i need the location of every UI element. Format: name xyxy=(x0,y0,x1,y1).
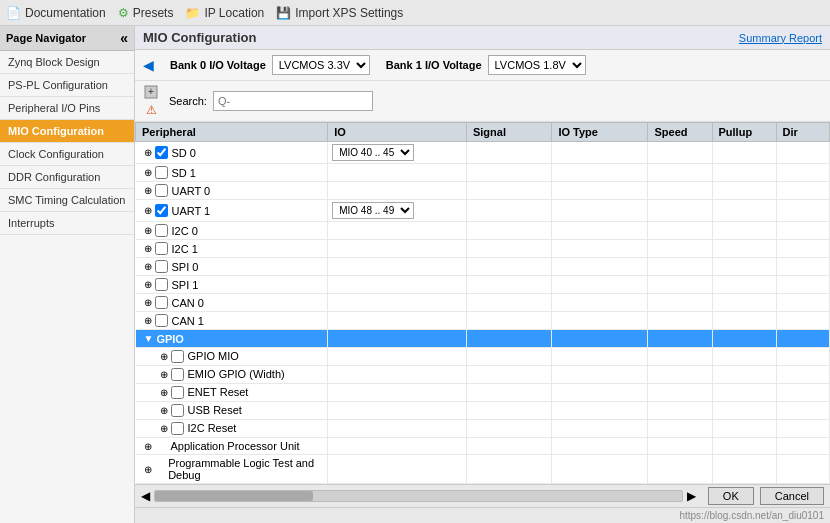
toolbar-ip-location[interactable]: 📁 IP Location xyxy=(185,6,264,20)
dir-cell xyxy=(776,365,829,383)
peripheral-checkbox[interactable] xyxy=(155,166,168,179)
table-row[interactable]: ⊕I2C 0 xyxy=(136,222,830,240)
table-row[interactable]: ⊕UART 0 xyxy=(136,182,830,200)
sidebar-item-ddr-config[interactable]: DDR Configuration xyxy=(0,166,134,189)
peripheral-checkbox[interactable] xyxy=(155,224,168,237)
speed-cell xyxy=(648,347,712,365)
pullup-cell xyxy=(712,455,776,484)
table-row[interactable]: ▼GPIO xyxy=(136,330,830,348)
table-row[interactable]: ⊕SD 1 xyxy=(136,164,830,182)
io-type-cell xyxy=(552,401,648,419)
table-row[interactable]: ⊕Programmable Logic Test and Debug xyxy=(136,455,830,484)
pullup-cell xyxy=(712,365,776,383)
left-icon-1[interactable]: + xyxy=(143,84,159,100)
sidebar-item-peripheral-io[interactable]: Peripheral I/O Pins xyxy=(0,97,134,120)
peripheral-checkbox[interactable] xyxy=(171,350,184,363)
expand-icon[interactable]: ⊕ xyxy=(160,351,168,362)
io-cell[interactable]: MIO 48 .. 49 xyxy=(328,200,467,222)
expand-icon[interactable]: ⊕ xyxy=(144,261,152,272)
peripheral-cell: ⊕UART 1 xyxy=(136,200,328,222)
sidebar-item-mio-config[interactable]: MIO Configuration xyxy=(0,120,134,143)
cancel-button[interactable]: Cancel xyxy=(760,487,824,505)
search-input[interactable] xyxy=(213,91,373,111)
bank1-voltage-select[interactable]: LVCMOS 1.8V LVCMOS 3.3V LVCMOS 2.5V xyxy=(488,55,586,75)
h-scroll-right[interactable]: ▶ xyxy=(687,489,696,503)
expand-icon[interactable]: ⊕ xyxy=(160,405,168,416)
peripheral-cell: ⊕SPI 1 xyxy=(136,276,328,294)
pullup-cell xyxy=(712,437,776,455)
speed-cell xyxy=(648,222,712,240)
peripheral-checkbox[interactable] xyxy=(155,146,168,159)
bank0-voltage-select[interactable]: LVCMOS 3.3V LVCMOS 1.8V LVCMOS 2.5V xyxy=(272,55,370,75)
table-row[interactable]: ⊕SD 0MIO 40 .. 45 xyxy=(136,142,830,164)
expand-icon[interactable]: ⊕ xyxy=(160,369,168,380)
speed-cell xyxy=(648,437,712,455)
peripheral-checkbox[interactable] xyxy=(171,404,184,417)
sidebar-collapse-icon[interactable]: « xyxy=(120,30,128,46)
table-row[interactable]: ⊕CAN 1 xyxy=(136,312,830,330)
expand-icon[interactable]: ⊕ xyxy=(160,387,168,398)
ok-button[interactable]: OK xyxy=(708,487,754,505)
table-row[interactable]: ⊕I2C Reset xyxy=(136,419,830,437)
expand-icon[interactable]: ⊕ xyxy=(144,147,152,158)
table-row[interactable]: ⊕CAN 0 xyxy=(136,294,830,312)
table-row[interactable]: ⊕Application Processor Unit xyxy=(136,437,830,455)
expand-icon[interactable]: ⊕ xyxy=(144,185,152,196)
dir-cell xyxy=(776,240,829,258)
peripheral-checkbox[interactable] xyxy=(155,184,168,197)
table-row[interactable]: ⊕SPI 0 xyxy=(136,258,830,276)
peripheral-checkbox[interactable] xyxy=(155,204,168,217)
io-type-cell xyxy=(552,383,648,401)
table-row[interactable]: ⊕GPIO MIO xyxy=(136,347,830,365)
sidebar-item-interrupts[interactable]: Interrupts xyxy=(0,212,134,235)
table-row[interactable]: ⊕SPI 1 xyxy=(136,276,830,294)
table-row[interactable]: ⊕ENET Reset xyxy=(136,383,830,401)
peripheral-checkbox[interactable] xyxy=(155,278,168,291)
peripheral-checkbox[interactable] xyxy=(171,422,184,435)
peripheral-checkbox[interactable] xyxy=(171,386,184,399)
io-cell xyxy=(328,330,467,348)
table-row[interactable]: ⊕EMIO GPIO (Width) xyxy=(136,365,830,383)
sidebar-item-ps-pl-config[interactable]: PS-PL Configuration xyxy=(0,74,134,97)
table-row[interactable]: ⊕USB Reset xyxy=(136,401,830,419)
expand-icon[interactable]: ⊕ xyxy=(144,279,152,290)
expand-icon[interactable]: ⊕ xyxy=(144,464,152,475)
expand-icon[interactable]: ▼ xyxy=(144,333,154,344)
summary-report-link[interactable]: Summary Report xyxy=(739,32,822,44)
io-select[interactable]: MIO 48 .. 49 xyxy=(332,202,414,219)
peripheral-checkbox[interactable] xyxy=(155,296,168,309)
expand-icon[interactable]: ⊕ xyxy=(144,225,152,236)
sidebar-item-clock-config[interactable]: Clock Configuration xyxy=(0,143,134,166)
expand-icon[interactable]: ⊕ xyxy=(144,205,152,216)
doc-icon: 📄 xyxy=(6,6,21,20)
table-row[interactable]: ⊕UART 1MIO 48 .. 49 xyxy=(136,200,830,222)
peripheral-checkbox[interactable] xyxy=(155,242,168,255)
expand-icon[interactable]: ⊕ xyxy=(144,297,152,308)
toolbar-documentation[interactable]: 📄 Documentation xyxy=(6,6,106,20)
toolbar-presets[interactable]: ⚙ Presets xyxy=(118,6,174,20)
expand-icon[interactable]: ⊕ xyxy=(144,167,152,178)
svg-text:+: + xyxy=(148,86,154,97)
expand-icon[interactable]: ⊕ xyxy=(144,243,152,254)
io-select[interactable]: MIO 40 .. 45 xyxy=(332,144,414,161)
expand-icon[interactable]: ⊕ xyxy=(144,315,152,326)
toolbar-import-xps[interactable]: 💾 Import XPS Settings xyxy=(276,6,403,20)
h-scroll-left[interactable]: ◀ xyxy=(141,489,150,503)
peripheral-checkbox[interactable] xyxy=(155,314,168,327)
sidebar-item-smc-timing[interactable]: SMC Timing Calculation xyxy=(0,189,134,212)
peripheral-checkbox[interactable] xyxy=(171,368,184,381)
table-scroll[interactable]: Peripheral IO Signal IO Type Speed Pullu… xyxy=(135,122,830,484)
back-arrow[interactable]: ◀ xyxy=(143,57,154,73)
signal-cell xyxy=(466,142,551,164)
peripheral-cell: ⊕CAN 0 xyxy=(136,294,328,312)
table-row[interactable]: ⊕I2C 1 xyxy=(136,240,830,258)
col-peripheral: Peripheral xyxy=(136,123,328,142)
io-cell[interactable]: MIO 40 .. 45 xyxy=(328,142,467,164)
sidebar-item-zynq-block-design[interactable]: Zynq Block Design xyxy=(0,51,134,74)
expand-icon[interactable]: ⊕ xyxy=(144,441,152,452)
peripheral-checkbox[interactable] xyxy=(155,260,168,273)
expand-icon[interactable]: ⊕ xyxy=(160,423,168,434)
dir-cell xyxy=(776,330,829,348)
io-type-cell xyxy=(552,258,648,276)
pullup-cell xyxy=(712,383,776,401)
